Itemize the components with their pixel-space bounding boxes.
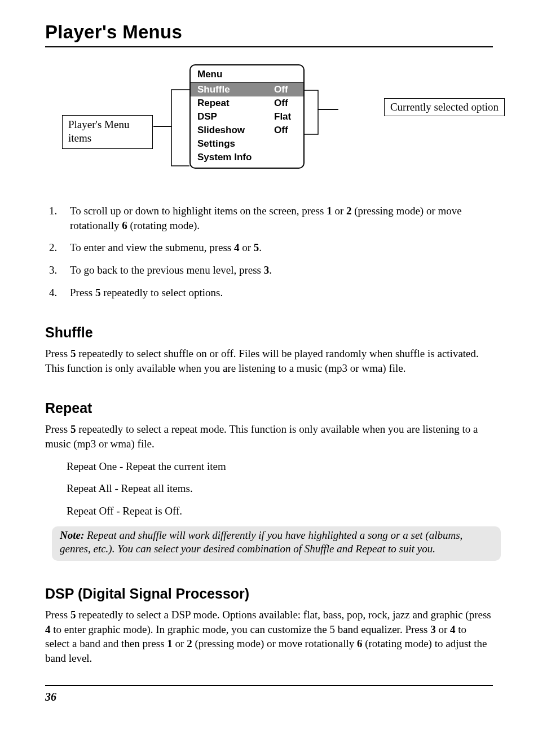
step-text: To scroll up or down to highlight items …	[70, 205, 327, 217]
repeat-off-item: Repeat Off - Repeat is Off.	[67, 504, 493, 518]
menu-row-settings: Settings	[191, 137, 303, 151]
repeat-all-item: Repeat All - Repeat all items.	[67, 481, 493, 496]
key-ref: 3	[430, 623, 436, 635]
key-ref: 3	[264, 264, 270, 276]
step-text: To enter and view the submenu, press	[70, 241, 234, 253]
menu-row-shuffle: Shuffle Off	[191, 83, 303, 96]
text: Press	[45, 423, 70, 435]
shuffle-heading: Shuffle	[45, 324, 493, 341]
text: repeatedly to select a DSP mode. Options…	[76, 609, 491, 621]
step-text: repeatedly to select options.	[100, 287, 223, 298]
key-ref: 5	[95, 287, 101, 298]
menu-row-value: Off	[274, 84, 297, 95]
shuffle-paragraph: Press 5 repeatedly to select shuffle on …	[45, 346, 493, 375]
menu-row-dsp: DSP Flat	[191, 110, 303, 124]
key-ref: 5	[70, 423, 76, 435]
menu-row-label: Shuffle	[197, 84, 274, 95]
text: or	[436, 623, 450, 635]
step-text: .	[259, 241, 262, 253]
menu-diagram: Player's Menu items Menu Shuffle Off Rep…	[45, 64, 496, 186]
step-text: (rotating mode).	[127, 219, 200, 231]
step-1: To scroll up or down to highlight items …	[60, 204, 493, 232]
menu-header: Menu	[191, 65, 303, 83]
text: repeatedly to select shuffle on or off. …	[45, 348, 479, 374]
menu-row-slideshow: Slideshow Off	[191, 124, 303, 137]
steps-list: To scroll up or down to highlight items …	[45, 204, 493, 300]
repeat-one-item: Repeat One - Repeat the current item	[67, 459, 493, 474]
key-ref: 5	[70, 348, 76, 359]
menu-row-repeat: Repeat Off	[191, 96, 303, 110]
step-text: .	[269, 264, 272, 276]
text: or	[173, 638, 187, 649]
menu-row-value: Off	[274, 125, 297, 136]
key-ref: 1	[327, 205, 332, 217]
key-ref: 5	[70, 609, 76, 621]
key-ref: 5	[254, 241, 259, 253]
menu-box: Menu Shuffle Off Repeat Off DSP Flat Sli…	[189, 64, 305, 169]
note-body: Repeat and shuffle will work differently…	[60, 529, 462, 555]
note-label: Note:	[60, 529, 84, 541]
left-callout-box: Player's Menu items	[62, 115, 153, 149]
key-ref: 6	[122, 219, 127, 231]
menu-row-label: Slideshow	[197, 125, 274, 136]
right-callout-text: Currently selected option	[390, 101, 499, 113]
menu-row-label: System Info	[197, 152, 274, 163]
text: to enter graphic mode). In graphic mode,…	[51, 623, 431, 635]
menu-row-value: Flat	[274, 111, 297, 122]
text: Press	[45, 348, 70, 359]
page: Player's Menus Player's Menu items Menu …	[0, 0, 538, 756]
text: (pressing mode) or move rotationally	[192, 638, 357, 649]
menu-row-label: DSP	[197, 111, 274, 122]
dsp-heading: DSP (Digital Signal Processor)	[45, 586, 493, 602]
text: repeatedly to select a repeat mode. This…	[45, 423, 478, 450]
menu-row-value: Off	[274, 98, 297, 109]
repeat-heading: Repeat	[45, 400, 493, 416]
page-title: Player's Menus	[45, 21, 493, 43]
menu-rows: Shuffle Off Repeat Off DSP Flat Slidesho…	[191, 83, 303, 164]
right-callout-box: Currently selected option	[384, 98, 505, 116]
key-ref: 1	[167, 638, 173, 649]
footer-rule	[45, 685, 493, 686]
step-text: Press	[70, 287, 95, 298]
step-text: To go back to the previous menu level, p…	[70, 264, 264, 276]
menu-row-label: Settings	[197, 138, 274, 150]
repeat-paragraph: Press 5 repeatedly to select a repeat mo…	[45, 422, 493, 451]
key-ref: 4	[450, 623, 456, 635]
dsp-paragraph: Press 5 repeatedly to select a DSP mode.…	[45, 608, 493, 666]
note-box: Note: Repeat and shuffle will work diffe…	[52, 526, 501, 561]
menu-row-system-info: System Info	[191, 151, 303, 164]
repeat-options-list: Repeat One - Repeat the current item Rep…	[67, 459, 493, 518]
left-callout-text: Player's Menu items	[68, 118, 129, 144]
menu-row-label: Repeat	[197, 98, 274, 109]
step-3: To go back to the previous menu level, p…	[60, 263, 493, 278]
key-ref: 2	[187, 638, 192, 649]
text: Press	[45, 609, 70, 621]
title-rule	[45, 46, 493, 47]
step-4: Press 5 repeatedly to select options.	[60, 285, 493, 300]
step-text: or	[332, 205, 346, 217]
step-text: or	[239, 241, 253, 253]
page-number: 36	[45, 691, 493, 704]
key-ref: 4	[45, 623, 51, 635]
step-2: To enter and view the submenu, press 4 o…	[60, 240, 493, 255]
